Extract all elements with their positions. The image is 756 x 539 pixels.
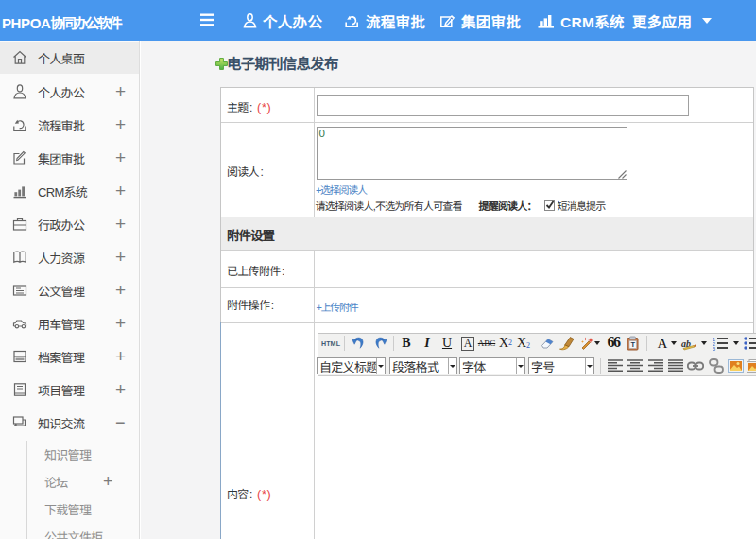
svg-text:3: 3 (713, 346, 715, 351)
svg-text:T: T (630, 340, 635, 349)
